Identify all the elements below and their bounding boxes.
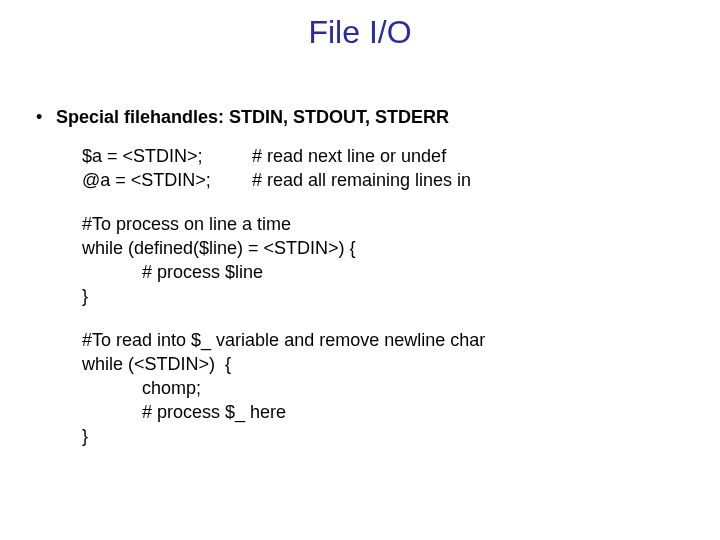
code-text: $a = <STDIN>;: [82, 144, 252, 168]
code-example-2: #To process on line a time while (define…: [82, 212, 684, 308]
code-line: #To process on line a time: [82, 214, 291, 234]
slide-body: • Special filehandles: STDIN, STDOUT, ST…: [36, 106, 684, 468]
code-comment: # read all remaining lines in: [252, 168, 684, 192]
bullet-text: Special filehandles: STDIN, STDOUT, STDE…: [56, 106, 449, 128]
code-line: }: [82, 426, 88, 446]
code-line: while (<STDIN>) {: [82, 354, 231, 374]
bullet-item: • Special filehandles: STDIN, STDOUT, ST…: [36, 106, 684, 128]
code-line: $a = <STDIN>; # read next line or undef: [82, 144, 684, 168]
slide: File I/O • Special filehandles: STDIN, S…: [0, 0, 720, 540]
code-example-1: $a = <STDIN>; # read next line or undef …: [82, 144, 684, 192]
bullet-dot-icon: •: [36, 106, 56, 128]
code-line: @a = <STDIN>; # read all remaining lines…: [82, 168, 684, 192]
code-comment: # read next line or undef: [252, 144, 684, 168]
code-line: #To read into $_ variable and remove new…: [82, 330, 485, 350]
slide-title: File I/O: [0, 0, 720, 51]
code-example-3: #To read into $_ variable and remove new…: [82, 328, 684, 448]
code-line: chomp;: [142, 378, 201, 398]
code-text: @a = <STDIN>;: [82, 168, 252, 192]
code-line: while (defined($line) = <STDIN>) {: [82, 238, 356, 258]
code-line: # process $_ here: [142, 402, 286, 422]
code-line: }: [82, 286, 88, 306]
code-line: # process $line: [142, 262, 263, 282]
